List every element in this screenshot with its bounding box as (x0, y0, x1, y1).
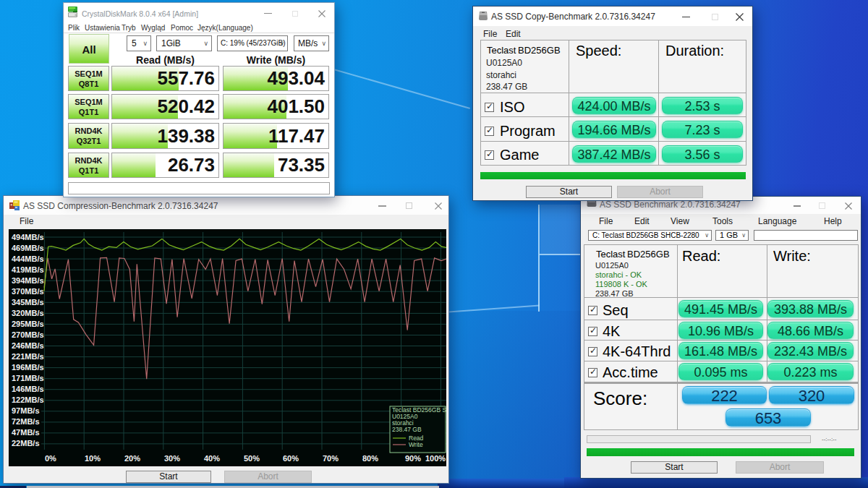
svg-text:146MB/s: 146MB/s (12, 385, 44, 393)
svg-text:171MB/s: 171MB/s (12, 374, 44, 382)
svg-text:270MB/s: 270MB/s (12, 330, 44, 339)
svg-text:30%: 30% (164, 454, 180, 463)
svg-text:80%: 80% (362, 454, 378, 463)
svg-text:246MB/s: 246MB/s (12, 341, 44, 350)
svg-text:40%: 40% (204, 454, 220, 463)
svg-text:50%: 50% (244, 454, 260, 463)
svg-text:122MB/s: 122MB/s (12, 395, 44, 404)
svg-text:90%: 90% (405, 454, 421, 463)
svg-text:444MB/s: 444MB/s (12, 254, 44, 263)
svg-text:238.47 GB: 238.47 GB (392, 426, 422, 433)
svg-text:47MB/s: 47MB/s (12, 428, 40, 437)
svg-text:295MB/s: 295MB/s (12, 320, 44, 328)
svg-text:Write: Write (409, 441, 423, 448)
svg-text:10%: 10% (85, 454, 101, 463)
svg-text:196MB/s: 196MB/s (12, 363, 44, 372)
svg-text:72MB/s: 72MB/s (12, 417, 40, 426)
svg-text:469MB/s: 469MB/s (12, 244, 44, 252)
svg-text:70%: 70% (323, 454, 339, 463)
svg-text:0%: 0% (45, 454, 56, 463)
svg-text:320MB/s: 320MB/s (12, 309, 44, 317)
svg-text:22MB/s: 22MB/s (12, 439, 40, 448)
svg-text:370MB/s: 370MB/s (12, 287, 44, 296)
svg-text:60%: 60% (283, 454, 299, 463)
svg-text:100%: 100% (425, 454, 446, 463)
svg-text:97MB/s: 97MB/s (12, 406, 40, 415)
svg-text:20%: 20% (124, 454, 140, 463)
svg-text:419MB/s: 419MB/s (12, 265, 44, 274)
svg-text:345MB/s: 345MB/s (12, 298, 44, 307)
svg-text:221MB/s: 221MB/s (12, 352, 44, 361)
svg-text:394MB/s: 394MB/s (12, 276, 44, 285)
svg-text:494MB/s: 494MB/s (12, 233, 44, 241)
